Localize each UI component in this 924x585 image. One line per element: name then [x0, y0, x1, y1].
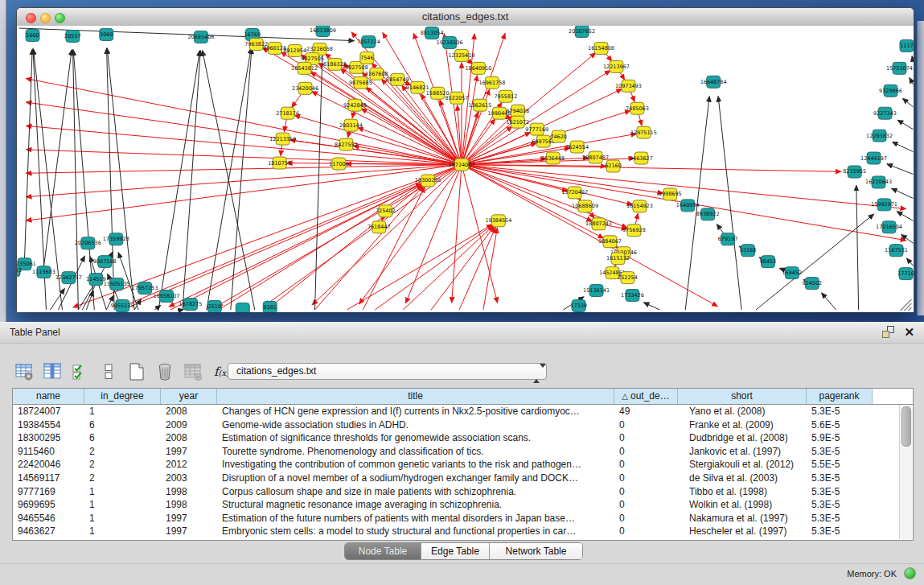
table-cell[interactable]: Genome-wide association studies in ADHD. — [217, 418, 614, 432]
network-edge[interactable] — [375, 225, 492, 310]
network-node[interactable]: 16648784 — [700, 76, 727, 88]
table-cell[interactable]: 5.3E-5 — [807, 525, 873, 538]
table-cell[interactable]: 2008 — [161, 431, 217, 445]
network-node[interactable]: 2510 — [207, 301, 221, 312]
table-cell[interactable]: 1997 — [161, 512, 217, 525]
network-node[interactable]: 74620 — [550, 130, 567, 142]
network-node[interactable]: 7955812 — [494, 90, 517, 102]
network-node[interactable]: 7857224 — [357, 35, 380, 47]
network-edge[interactable] — [26, 165, 462, 221]
table-cell[interactable]: Changes of HCN gene expression and I(f) … — [217, 405, 614, 418]
network-edge[interactable] — [107, 48, 115, 310]
table-cell[interactable]: 9465546 — [13, 512, 84, 525]
table-cell[interactable]: Wolkin et al. (1998) — [678, 498, 807, 512]
tab-edge-table[interactable]: Edge Table — [421, 543, 490, 559]
network-view[interactable]: 1660205573069206914061676916033809785722… — [17, 26, 914, 312]
table-row[interactable]: 977716911998Corpus callosum shape and si… — [13, 485, 913, 499]
network-canvas[interactable]: 1660205573069206914061676916033809785722… — [17, 26, 914, 312]
network-node[interactable]: 98453 — [760, 256, 777, 268]
network-node[interactable]: 9756928 — [622, 225, 646, 237]
table-settings-icon[interactable] — [14, 362, 34, 381]
table-cell[interactable]: Investigating the contribution of common… — [217, 458, 614, 472]
network-node[interactable]: 1640954 — [676, 200, 700, 212]
table-row[interactable]: 1938455462009Genome-wide association stu… — [13, 418, 913, 432]
table-cell[interactable]: 0 — [614, 458, 678, 472]
table-cell[interactable]: 1 — [84, 498, 161, 512]
table-cell[interactable]: Jankovic et al. (1997) — [678, 445, 807, 459]
network-node[interactable]: 93168 — [740, 245, 757, 257]
table-cell[interactable]: 1998 — [161, 498, 217, 512]
network-node[interactable]: 20206536 — [75, 237, 101, 249]
network-edge[interactable] — [158, 51, 199, 310]
network-edge[interactable] — [219, 184, 422, 310]
table-cell[interactable]: Yano et al. (2008) — [678, 405, 807, 418]
network-node[interactable]: 20387652 — [569, 26, 595, 37]
import-table-icon[interactable] — [183, 362, 203, 381]
network-edge[interactable] — [901, 235, 914, 244]
table-cell[interactable]: 5.5E-5 — [807, 458, 873, 472]
network-edge[interactable] — [893, 142, 914, 151]
network-node[interactable]: 7485063 — [626, 102, 649, 114]
table-row[interactable]: 969969511998Structural magnetic resonanc… — [13, 498, 913, 512]
network-node[interactable]: 2718176 — [276, 107, 299, 119]
network-node[interactable]: 169452 — [782, 267, 803, 279]
network-node[interactable]: 15136141 — [583, 285, 610, 297]
network-node[interactable]: 12093832 — [866, 130, 893, 142]
network-node[interactable]: 15992971 — [871, 199, 897, 211]
network-node[interactable]: 3069 — [100, 28, 113, 40]
table-cell[interactable]: 9463627 — [13, 525, 84, 538]
table-cell[interactable]: 1998 — [161, 485, 217, 499]
network-node[interactable]: 20691406 — [187, 31, 214, 43]
table-cell[interactable]: 2 — [84, 445, 161, 459]
network-node[interactable]: 8215955 — [843, 166, 866, 178]
column-header-pagerank[interactable]: pagerank — [807, 389, 873, 404]
memory-status-icon[interactable] — [904, 567, 916, 579]
network-node[interactable]: 17016504 — [876, 221, 902, 233]
table-cell[interactable]: 1 — [84, 512, 161, 525]
network-node[interactable]: 9329966 — [879, 84, 902, 97]
column-header-in_degree[interactable]: in_degree — [84, 389, 161, 404]
network-node[interactable]: 17710 — [897, 268, 914, 280]
table-cell[interactable]: 0 — [614, 498, 678, 512]
network-edge[interactable] — [43, 50, 72, 266]
network-edge[interactable] — [359, 165, 462, 304]
network-node[interactable]: 9463627 — [630, 152, 653, 164]
network-edge[interactable] — [906, 258, 913, 266]
merge-rows-icon[interactable] — [99, 362, 118, 381]
table-cell[interactable]: 19384554 — [13, 418, 84, 432]
table-cell[interactable]: Embryonic stem cells: a model to study s… — [217, 525, 614, 538]
network-edge[interactable] — [207, 48, 251, 310]
table-cell[interactable]: 0 — [614, 485, 678, 499]
table-cell[interactable]: 18724007 — [13, 405, 84, 418]
table-row[interactable]: 946554611997Estimation of the future num… — [13, 512, 913, 525]
network-node[interactable] — [236, 303, 249, 312]
network-edge[interactable] — [822, 293, 836, 310]
scrollbar-thumb[interactable] — [901, 406, 911, 447]
tab-network-table[interactable]: Network Table — [490, 543, 582, 559]
table-cell[interactable]: Tourette syndrome. Phenomenology and cla… — [217, 445, 614, 459]
table-cell[interactable]: 2 — [84, 458, 161, 472]
table-cell[interactable]: 2009 — [161, 418, 217, 432]
network-node[interactable]: 1115683 — [32, 266, 55, 278]
network-node[interactable]: 924502 — [802, 278, 822, 290]
table-select-dropdown[interactable]: citations_edges.txt — [228, 363, 547, 380]
table-row[interactable]: 1830029562008Estimation of significance … — [13, 431, 913, 445]
table-cell[interactable]: 2003 — [161, 472, 217, 485]
table-cell[interactable]: 5.9E-5 — [807, 431, 873, 445]
column-header-title[interactable]: title — [217, 389, 614, 404]
network-node[interactable]: 17339 — [570, 300, 587, 312]
column-header-name[interactable]: name — [13, 389, 84, 404]
network-edge[interactable] — [154, 305, 161, 310]
table-cell[interactable]: 6 — [84, 431, 161, 445]
table-cell[interactable]: 2008 — [161, 405, 217, 418]
table-row[interactable]: 1456911722003Disruption of a novel membe… — [13, 472, 913, 485]
table-cell[interactable]: Nakamura et al. (1997) — [678, 512, 807, 525]
table-cell[interactable]: Structural magnetic resonance image aver… — [217, 498, 614, 512]
column-header-out_de[interactable]: △out_de… — [614, 389, 678, 404]
window-titlebar[interactable]: citations_edges.txt — [17, 8, 914, 27]
table-cell[interactable]: 1 — [84, 485, 161, 499]
network-edge[interactable] — [718, 97, 741, 310]
window-resize-grip[interactable] — [900, 299, 911, 311]
network-node[interactable]: 9381 — [263, 302, 277, 312]
column-header-short[interactable]: short — [678, 389, 807, 404]
